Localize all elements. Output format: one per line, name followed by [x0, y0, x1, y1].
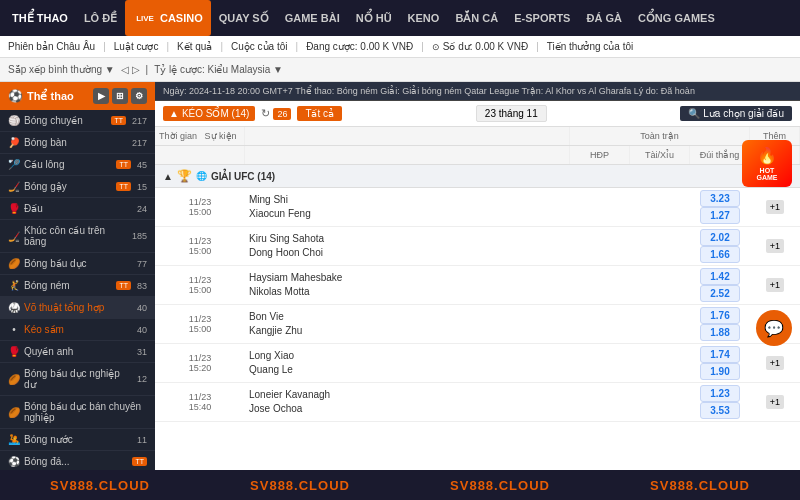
- nav-keno[interactable]: KENO: [400, 0, 448, 36]
- sidebar-item-bongda[interactable]: ⚽ Bóng đá... TT: [0, 451, 155, 470]
- more-cell[interactable]: +1: [750, 391, 800, 413]
- arrow-controls[interactable]: ◁ ▷: [121, 64, 140, 75]
- info-cuoccuatoi[interactable]: Cuộc của tôi: [231, 41, 287, 52]
- odd-btn-1[interactable]: 2.02: [700, 229, 740, 246]
- odd-btn-2[interactable]: 3.53: [700, 402, 740, 419]
- filter-bar: Sắp xếp bình thường ▼ ◁ ▷ | Tỷ lệ cược: …: [0, 58, 800, 82]
- sidebar-icon-play[interactable]: ▶: [93, 88, 109, 104]
- odds-type[interactable]: Tỷ lệ cược: Kiểu Malaysia ▼: [154, 64, 283, 75]
- nav-thethao[interactable]: THỂ THAO: [4, 0, 76, 36]
- odds-cell[interactable]: 2.02 1.66: [690, 227, 750, 265]
- more-cell[interactable]: +1: [750, 274, 800, 296]
- waterpolo-icon: 🤽: [8, 434, 20, 445]
- sidebar-icon-settings[interactable]: ⚙: [131, 88, 147, 104]
- nav-nohu[interactable]: NỔ HŨ: [348, 0, 400, 36]
- odd-btn-1[interactable]: 1.23: [700, 385, 740, 402]
- sidebar-icon-grid[interactable]: ⊞: [112, 88, 128, 104]
- sidebar: ⚽ Thể thao ▶ ⊞ ⚙ 🏐 Bóng chuyền TT 217 🏓 …: [0, 82, 155, 470]
- info-sodu: ⊙ Số dư: 0.00 K VNĐ: [432, 41, 528, 52]
- date-header: Ngày: 2024-11-18 20:00 GMT+7 Thể thao: B…: [155, 82, 800, 101]
- sidebar-item-keosam[interactable]: • Kéo sầm 40: [0, 319, 155, 341]
- odds-cell[interactable]: 1.76 1.88: [690, 305, 750, 343]
- nav-banca[interactable]: BẮN CÁ: [447, 0, 506, 36]
- more-cell[interactable]: +1: [750, 352, 800, 374]
- odds-cell[interactable]: 1.74 1.90: [690, 344, 750, 382]
- odd-btn-2[interactable]: 2.52: [700, 285, 740, 302]
- tab-all[interactable]: Tất cả: [297, 106, 342, 121]
- date-tab[interactable]: 23 tháng 11: [476, 105, 547, 122]
- odd-btn-1[interactable]: 1.76: [700, 307, 740, 324]
- more-button[interactable]: +1: [766, 239, 784, 253]
- expand-button[interactable]: ▲ KÉO SỔM (14): [163, 106, 255, 121]
- sidebar-item-vothuat[interactable]: 🥋 Võ thuật tổng hợp 40: [0, 297, 155, 319]
- hdp-cell: [570, 400, 630, 404]
- hdp-cell: [570, 361, 630, 365]
- refresh-count: 26: [273, 108, 291, 120]
- footer-item-1: SV888.CLOUD: [50, 478, 150, 493]
- table-row: 11/2315:00 Ming Shi Xiaocun Feng 3.23 1.…: [155, 188, 800, 227]
- info-luatcuoc[interactable]: Luật cược: [114, 41, 159, 52]
- nav-casino[interactable]: LIVE CASINO: [125, 0, 211, 36]
- match-time: 11/2315:00: [155, 234, 245, 258]
- odd-btn-2[interactable]: 1.66: [700, 246, 740, 263]
- info-ketqua[interactable]: Kết quả: [177, 41, 212, 52]
- sidebar-thethao-button[interactable]: ⚽ Thể thao ▶ ⊞ ⚙: [0, 82, 155, 110]
- odd-btn-1[interactable]: 1.74: [700, 346, 740, 363]
- filter-button[interactable]: 🔍 Lưa chọn giải đấu: [680, 106, 792, 121]
- sidebar-item-bongbauduc-nghiepdu[interactable]: 🏉 Bóng bầu dục nghiệp dư 12: [0, 363, 155, 396]
- info-phienbanchaua[interactable]: Phiên bản Châu Âu: [8, 41, 95, 52]
- handball-icon: 🤾: [8, 280, 20, 291]
- more-button[interactable]: +1: [766, 356, 784, 370]
- odd-btn-2[interactable]: 1.90: [700, 363, 740, 380]
- nav-daga[interactable]: ĐÁ GÀ: [578, 0, 629, 36]
- odd-btn-2[interactable]: 1.27: [700, 207, 740, 224]
- odd-btn-1[interactable]: 3.23: [700, 190, 740, 207]
- sidebar-item-bongbauduc[interactable]: 🏉 Bóng bầu dục 77: [0, 253, 155, 275]
- date-info-text: Ngày: 2024-11-18 20:00 GMT+7 Thể thao: B…: [163, 86, 695, 96]
- sidebar-item-bongnem[interactable]: 🤾 Bóng ném TT 83: [0, 275, 155, 297]
- more-button[interactable]: +1: [766, 278, 784, 292]
- more-cell[interactable]: +1: [750, 196, 800, 218]
- match-time: 11/2315:00: [155, 312, 245, 336]
- sidebar-item-bongnuoc[interactable]: 🤽 Bóng nước 11: [0, 429, 155, 451]
- hockey-icon: 🏒: [8, 181, 20, 192]
- chat-button[interactable]: 💬: [756, 310, 792, 346]
- section-title: GIẢI UFC (14): [211, 171, 275, 182]
- more-button[interactable]: +1: [766, 200, 784, 214]
- section-expand-icon[interactable]: ▲: [163, 171, 173, 182]
- odds-cell[interactable]: 3.23 1.27: [690, 188, 750, 226]
- volleyball-icon: 🏐: [8, 115, 20, 126]
- odds-cell[interactable]: 1.23 3.53: [690, 383, 750, 421]
- footer: SV888.CLOUD SV888.CLOUD SV888.CLOUD SV88…: [0, 470, 800, 500]
- tai-xiu-cell: [630, 400, 690, 404]
- sort-label[interactable]: Sắp xếp bình thường ▼: [8, 64, 115, 75]
- nav-lode[interactable]: LÔ ĐỀ: [76, 0, 125, 36]
- more-cell[interactable]: +1: [750, 235, 800, 257]
- sidebar-item-dau[interactable]: 🥊 Đấu 24: [0, 198, 155, 220]
- live-indicator: TT: [111, 116, 126, 125]
- odd-btn-2[interactable]: 1.88: [700, 324, 740, 341]
- nav-conggames[interactable]: CỔNG GAMES: [630, 0, 723, 36]
- section-header: ▲ 🏆 🌐 GIẢI UFC (14): [155, 165, 800, 188]
- nav-gamebai[interactable]: GAME BÀI: [277, 0, 348, 36]
- sidebar-item-khuccon[interactable]: 🏒 Khúc côn cầu trên băng 185: [0, 220, 155, 253]
- promo-banner[interactable]: 🔥 HOTGAME: [742, 140, 792, 187]
- sidebar-item-bongchuyen[interactable]: 🏐 Bóng chuyền TT 217: [0, 110, 155, 132]
- sidebar-item-bongban[interactable]: 🏓 Bóng bàn 217: [0, 132, 155, 154]
- match-teams: Haysiam Mahesbake Nikolas Motta: [245, 269, 570, 301]
- table-controls: ▲ KÉO SỔM (14) ↻ 26 Tất cả 23 tháng 11 🔍…: [155, 101, 800, 127]
- pull-icon: •: [8, 324, 20, 335]
- nav-quayso[interactable]: QUAY SỐ: [211, 0, 277, 36]
- odd-btn-1[interactable]: 1.42: [700, 268, 740, 285]
- sidebar-item-caulong[interactable]: 🏸 Cầu lông TT 45: [0, 154, 155, 176]
- match-teams: Bon Vie Kangjie Zhu: [245, 308, 570, 340]
- sidebar-item-bongbauduc-banchuyen[interactable]: 🏉 Bóng bầu dục bán chuyên nghiệp: [0, 396, 155, 429]
- refresh-button[interactable]: ↻ 26: [261, 107, 291, 120]
- sidebar-item-quyenanh[interactable]: 🥊 Quyền anh 31: [0, 341, 155, 363]
- sidebar-item-bonggay[interactable]: 🏒 Bóng gậy TT 15: [0, 176, 155, 198]
- odds-cell[interactable]: 1.42 2.52: [690, 266, 750, 304]
- info-tienthuong[interactable]: Tiến thưởng của tôi: [547, 41, 633, 52]
- live-indicator: TT: [116, 182, 131, 191]
- more-button[interactable]: +1: [766, 395, 784, 409]
- nav-esports[interactable]: E-SPORTS: [506, 0, 578, 36]
